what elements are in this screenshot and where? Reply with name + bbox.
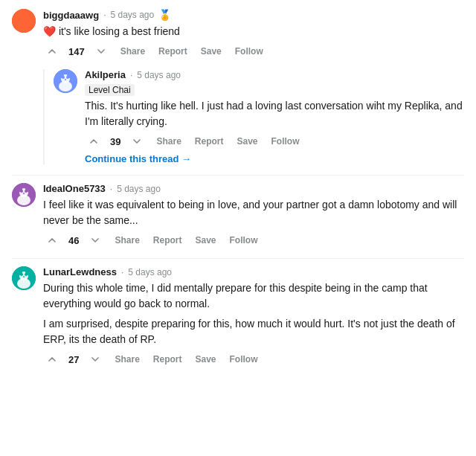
comment-meta: biggdaaawg · 5 days ago 🏅 <box>43 9 464 21</box>
upvote-icon <box>46 45 58 57</box>
upvote-button[interactable] <box>43 233 61 248</box>
report-button[interactable]: Report <box>150 234 185 247</box>
comment-item: LunarLewdness · 5 days ago During this w… <box>12 266 464 367</box>
svg-point-0 <box>12 9 36 33</box>
upvote-icon <box>46 353 58 365</box>
username: LunarLewdness <box>43 266 117 277</box>
svg-point-15 <box>17 195 30 205</box>
username: Akilperia <box>85 69 126 80</box>
vote-actions: 46 Share Report Save Follow <box>43 233 464 248</box>
downvote-icon <box>89 353 101 365</box>
downvote-button[interactable] <box>86 233 104 248</box>
comment-1: 🐕 biggdaaawg · 5 days ago 🏅 ❤️ it's like… <box>12 9 464 59</box>
share-button[interactable]: Share <box>118 45 148 58</box>
username: biggdaaawg <box>43 10 99 21</box>
timestamp: 5 days ago <box>117 184 161 194</box>
svg-point-23 <box>17 278 30 289</box>
comment-4: LunarLewdness · 5 days ago During this w… <box>12 266 464 367</box>
nested-comment: Akilperia · 5 days ago Level Chai This. … <box>43 69 464 164</box>
comment-3: IdealOne5733 · 5 days ago I feel like it… <box>12 183 464 248</box>
share-button[interactable]: Share <box>153 135 184 148</box>
vote-count: 27 <box>68 354 79 365</box>
vote-actions: 27 Share Report Save Follow <box>43 352 464 367</box>
comment-text-1: During this whole time, I did mentally p… <box>43 280 464 312</box>
timestamp: 5 days ago <box>137 70 181 80</box>
downvote-button[interactable] <box>92 44 110 59</box>
upvote-button[interactable] <box>43 352 61 367</box>
divider <box>12 258 464 259</box>
svg-point-17 <box>25 187 30 192</box>
save-button[interactable]: Save <box>198 45 225 58</box>
downvote-icon <box>95 45 107 57</box>
report-button[interactable]: Report <box>192 135 227 148</box>
follow-button[interactable]: Follow <box>227 353 261 366</box>
upvote-icon <box>88 135 100 147</box>
follow-button[interactable]: Follow <box>227 234 261 247</box>
comment-body: LunarLewdness · 5 days ago During this w… <box>43 266 464 367</box>
downvote-icon <box>89 234 101 246</box>
comment-2: Akilperia · 5 days ago Level Chai This. … <box>54 69 464 164</box>
vote-count: 39 <box>110 136 120 147</box>
comment-text-2: I am surprised, despite preparing for th… <box>43 316 464 347</box>
save-button[interactable]: Save <box>193 353 219 366</box>
svg-point-16 <box>18 187 22 192</box>
share-button[interactable]: Share <box>112 353 142 366</box>
continue-thread-link[interactable]: Continue this thread → <box>85 153 191 164</box>
upvote-button[interactable] <box>43 44 61 59</box>
report-button[interactable]: Report <box>155 45 190 58</box>
comment-meta: IdealOne5733 · 5 days ago <box>43 183 464 194</box>
comment-meta: LunarLewdness · 5 days ago <box>43 266 464 277</box>
vote-actions: 147 Share Report Save Follow <box>43 44 464 59</box>
svg-point-6 <box>65 79 66 80</box>
vote-count: 147 <box>68 46 85 57</box>
comment-item: 🐕 biggdaaawg · 5 days ago 🏅 ❤️ it's like… <box>12 9 464 164</box>
comment-body: IdealOne5733 · 5 days ago I feel like it… <box>43 183 464 248</box>
comment-body: Akilperia · 5 days ago Level Chai This. … <box>85 69 464 164</box>
svg-point-7 <box>59 81 72 91</box>
avatar <box>12 183 36 207</box>
follow-button[interactable]: Follow <box>232 45 266 58</box>
vote-count: 46 <box>68 235 79 246</box>
avatar <box>54 69 77 93</box>
vote-actions: 39 Share Report Save Follow <box>85 134 464 149</box>
comment-text: This. It's hurting like hell. I just had… <box>85 98 464 129</box>
comment-item: IdealOne5733 · 5 days ago I feel like it… <box>12 183 464 248</box>
divider <box>12 175 464 176</box>
svg-point-9 <box>67 74 71 78</box>
upvote-icon <box>46 234 58 246</box>
svg-point-22 <box>23 276 25 277</box>
downvote-icon <box>131 135 143 147</box>
comment-meta: Akilperia · 5 days ago <box>85 69 464 80</box>
svg-point-25 <box>25 271 30 275</box>
report-button[interactable]: Report <box>150 353 185 366</box>
avatar: 🐕 <box>12 9 36 33</box>
upvote-button[interactable] <box>85 134 103 149</box>
downvote-button[interactable] <box>128 134 146 149</box>
timestamp: 5 days ago <box>110 10 154 20</box>
comment-body: biggdaaawg · 5 days ago 🏅 ❤️ it's like l… <box>43 9 464 59</box>
follow-button[interactable]: Follow <box>268 135 303 148</box>
save-button[interactable]: Save <box>193 234 219 247</box>
comment-text: I feel like it was equivalent to being i… <box>43 197 464 228</box>
svg-point-8 <box>60 74 64 78</box>
avatar <box>12 266 36 290</box>
award-icon: 🏅 <box>158 9 171 21</box>
svg-point-24 <box>18 271 22 275</box>
share-button[interactable]: Share <box>112 234 142 247</box>
username: IdealOne5733 <box>43 183 106 194</box>
user-flair: Level Chai <box>85 84 135 96</box>
downvote-button[interactable] <box>86 352 104 367</box>
timestamp: 5 days ago <box>128 267 172 277</box>
comment-text: ❤️ it's like losing a best friend <box>43 24 464 39</box>
save-button[interactable]: Save <box>234 135 261 148</box>
svg-point-14 <box>23 193 25 194</box>
comment-thread: 🐕 biggdaaawg · 5 days ago 🏅 ❤️ it's like… <box>0 0 476 386</box>
